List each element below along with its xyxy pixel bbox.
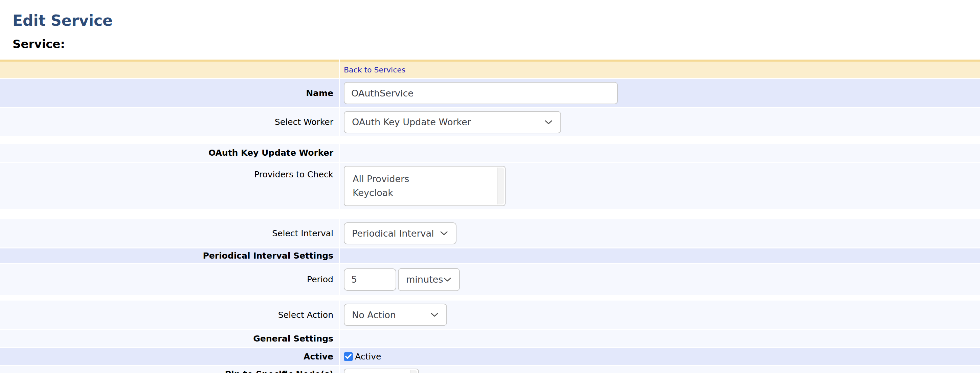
listbox-option[interactable]: Keycloak — [353, 186, 495, 200]
general-settings-header-row: General Settings — [0, 330, 980, 347]
select-worker-label: Select Worker — [0, 108, 339, 136]
period-label: Period — [0, 264, 339, 295]
active-checkbox-label: Active — [355, 352, 381, 362]
chevron-down-icon — [440, 231, 448, 236]
header-spacer-cell — [0, 60, 339, 78]
worker-settings-header-row: OAuth Key Update Worker — [0, 144, 980, 162]
pin-nodes-listbox[interactable] — [344, 368, 419, 373]
back-to-services-link[interactable]: Back to Services — [344, 66, 406, 74]
select-interval-row: Select Interval Periodical Interval — [0, 219, 980, 247]
pin-nodes-label: Pin to Specific Node(s) — [0, 366, 339, 373]
checkmark-icon — [345, 354, 352, 359]
page-title: Edit Service — [0, 0, 980, 29]
period-unit-select[interactable]: minutes — [398, 268, 460, 291]
providers-row: Providers to Check All Providers Keycloa… — [0, 163, 980, 209]
action-select[interactable]: No Action — [344, 304, 447, 326]
active-row: Active Active — [0, 348, 980, 365]
chevron-down-icon — [545, 120, 552, 124]
name-row: Name — [0, 79, 980, 107]
periodical-settings-header-row: Periodical Interval Settings — [0, 249, 980, 263]
header-link-cell: Back to Services — [340, 60, 980, 78]
chevron-down-icon — [444, 277, 451, 282]
providers-listbox[interactable]: All Providers Keycloak — [344, 166, 506, 206]
edit-service-page: Edit Service Service: Back to Services N… — [0, 0, 980, 373]
listbox-option[interactable]: All Providers — [353, 172, 495, 186]
period-value-input[interactable] — [344, 268, 396, 291]
interval-select-value: Periodical Interval — [352, 228, 434, 239]
section-main: Back to Services Name Select Worker OAut… — [0, 60, 980, 136]
period-row: Period minutes — [0, 264, 980, 295]
chevron-down-icon — [431, 313, 438, 317]
empty-cell — [340, 330, 980, 347]
worker-select-value: OAuth Key Update Worker — [352, 117, 471, 127]
empty-cell — [340, 249, 980, 263]
service-form: Back to Services Name Select Worker OAut… — [0, 60, 980, 373]
name-label: Name — [0, 79, 339, 107]
table-header-row: Back to Services — [0, 60, 980, 78]
worker-select[interactable]: OAuth Key Update Worker — [344, 111, 561, 133]
pin-nodes-row: Pin to Specific Node(s) — [0, 366, 980, 373]
active-label: Active — [0, 348, 339, 365]
providers-label: Providers to Check — [0, 163, 339, 209]
section-general: Select Action No Action General Settings… — [0, 301, 980, 373]
select-action-label: Select Action — [0, 301, 339, 329]
empty-cell — [340, 144, 980, 162]
listbox-scrollbar[interactable] — [497, 167, 504, 204]
listbox-scrollbar[interactable] — [410, 370, 417, 373]
select-interval-label: Select Interval — [0, 219, 339, 247]
section-worker-settings: OAuth Key Update Worker Providers to Che… — [0, 144, 980, 209]
active-checkbox[interactable] — [344, 352, 353, 361]
action-select-value: No Action — [352, 310, 396, 320]
section-interval: Select Interval Periodical Interval Peri… — [0, 219, 980, 295]
worker-settings-header: OAuth Key Update Worker — [0, 144, 339, 162]
select-action-row: Select Action No Action — [0, 301, 980, 329]
general-settings-header: General Settings — [0, 330, 339, 347]
period-unit-value: minutes — [406, 274, 443, 285]
interval-select[interactable]: Periodical Interval — [344, 222, 457, 244]
name-input[interactable] — [344, 82, 618, 104]
service-subtitle: Service: — [13, 37, 980, 51]
select-worker-row: Select Worker OAuth Key Update Worker — [0, 108, 980, 136]
periodical-settings-header: Periodical Interval Settings — [0, 249, 339, 263]
